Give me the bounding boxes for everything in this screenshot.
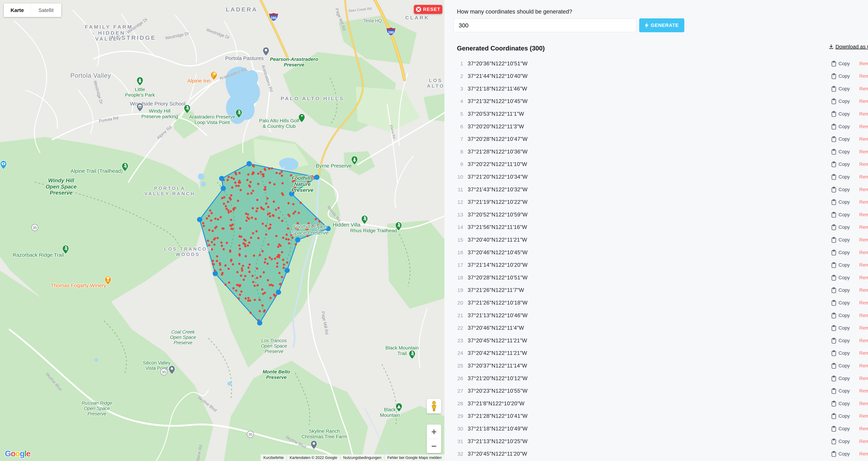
remove-button[interactable]: Remove: [859, 376, 868, 381]
copy-button[interactable]: Copy: [831, 274, 850, 281]
copy-button[interactable]: Copy: [831, 312, 850, 319]
remove-button[interactable]: Remove: [859, 300, 868, 306]
map-pin-hiker-icon[interactable]: [395, 222, 402, 232]
copy-button[interactable]: Copy: [831, 250, 850, 256]
map-label: Portola Valley: [70, 72, 111, 79]
remove-button[interactable]: Remove: [859, 313, 868, 318]
interstate-280-shield-icon: 280: [386, 27, 396, 37]
terms-link[interactable]: Nutzungsbedingungen: [340, 454, 384, 461]
generate-button[interactable]: GENERATE: [639, 19, 684, 32]
tab-map-karte[interactable]: Karte: [4, 3, 31, 17]
copy-button[interactable]: Copy: [831, 111, 850, 117]
clipboard-icon: [831, 300, 836, 306]
map-pin-hiker-icon[interactable]: [409, 350, 415, 360]
map-pin-hiker-icon[interactable]: [361, 215, 368, 225]
copy-button[interactable]: Copy: [831, 161, 850, 167]
tab-map-satellit[interactable]: Satellit: [31, 3, 61, 17]
remove-button[interactable]: Remove: [859, 199, 868, 205]
remove-button[interactable]: Remove: [859, 124, 868, 129]
copy-button[interactable]: Copy: [831, 388, 850, 394]
remove-button[interactable]: Remove: [859, 363, 868, 368]
reset-button[interactable]: RESET: [414, 5, 442, 14]
copy-button[interactable]: Copy: [831, 237, 850, 243]
copy-button[interactable]: Copy: [831, 438, 850, 444]
remove-button[interactable]: Remove: [859, 439, 868, 444]
map-pin-dot-icon[interactable]: [168, 365, 175, 375]
copy-button[interactable]: Copy: [831, 350, 850, 356]
remove-button[interactable]: Remove: [859, 73, 868, 79]
remove-button[interactable]: Remove: [859, 86, 868, 92]
remove-button[interactable]: Remove: [859, 262, 868, 268]
copy-button[interactable]: Copy: [831, 325, 850, 331]
copy-button[interactable]: Copy: [831, 363, 850, 369]
map-pin-camera-icon[interactable]: [0, 160, 7, 170]
shortcuts-link[interactable]: Kurzbefehle: [260, 454, 286, 461]
remove-button[interactable]: Remove: [859, 149, 868, 155]
map-pin-golf-icon[interactable]: [298, 113, 305, 124]
copy-button[interactable]: Copy: [831, 426, 850, 432]
copy-button[interactable]: Copy: [831, 211, 850, 218]
copy-button[interactable]: Copy: [831, 337, 850, 344]
copy-button[interactable]: Copy: [831, 61, 850, 67]
copy-button[interactable]: Copy: [831, 375, 850, 382]
copy-button[interactable]: Copy: [831, 149, 850, 155]
remove-button[interactable]: Remove: [859, 275, 868, 281]
remove-button[interactable]: Remove: [859, 350, 868, 356]
copy-button[interactable]: Copy: [831, 300, 850, 306]
map-pin-hiker-icon[interactable]: [184, 104, 191, 114]
map-pin-hiker-icon[interactable]: [122, 162, 128, 172]
map-pin-hiker-icon[interactable]: [62, 245, 69, 255]
map-pin-grad-icon[interactable]: [136, 103, 144, 113]
map-pin-wine-icon[interactable]: [104, 276, 112, 286]
copy-button[interactable]: Copy: [831, 174, 850, 180]
copy-button[interactable]: Copy: [831, 187, 850, 193]
copy-button[interactable]: Copy: [831, 98, 850, 104]
copy-button[interactable]: Copy: [831, 224, 850, 230]
copy-button[interactable]: Copy: [831, 287, 850, 293]
map-pin-dot-icon[interactable]: [310, 440, 317, 450]
remove-button[interactable]: Remove: [859, 426, 868, 431]
map-pin-tree-icon[interactable]: [136, 77, 144, 87]
copy-button[interactable]: Copy: [831, 413, 850, 419]
remove-button[interactable]: Remove: [859, 212, 868, 218]
map-pin-dot-icon[interactable]: [262, 47, 270, 57]
remove-button[interactable]: Remove: [859, 388, 868, 394]
coordinate-count-input[interactable]: [454, 19, 637, 32]
report-error-link[interactable]: Fehler bei Google Maps melden: [384, 454, 444, 461]
remove-button[interactable]: Remove: [859, 162, 868, 167]
remove-button[interactable]: Remove: [859, 451, 868, 457]
map-pin-tree-icon[interactable]: [351, 156, 358, 166]
coordinate-row: 237°21'44"N122°10'40"WCopyRemove: [454, 70, 868, 83]
map-pin-food-icon[interactable]: [210, 71, 217, 81]
copy-button[interactable]: Copy: [831, 400, 850, 407]
copy-button[interactable]: Copy: [831, 124, 850, 130]
download-csv-link[interactable]: Download as CSV: [829, 44, 868, 50]
copy-button[interactable]: Copy: [831, 199, 850, 205]
row-number: 1: [454, 61, 463, 67]
remove-button[interactable]: Remove: [859, 224, 868, 230]
zoom-in-button[interactable]: +: [427, 425, 441, 439]
copy-button[interactable]: Copy: [831, 73, 850, 79]
remove-button[interactable]: Remove: [859, 237, 868, 243]
copy-button[interactable]: Copy: [831, 262, 850, 268]
remove-button[interactable]: Remove: [859, 413, 868, 419]
remove-button[interactable]: Remove: [859, 111, 868, 117]
pegman-control[interactable]: [427, 399, 441, 414]
remove-button[interactable]: Remove: [859, 61, 868, 66]
remove-button[interactable]: Remove: [859, 401, 868, 406]
map-pin-mtn-icon[interactable]: [396, 403, 402, 413]
remove-button[interactable]: Remove: [859, 325, 868, 331]
remove-button[interactable]: Remove: [859, 174, 868, 180]
map-canvas[interactable]: WESTRIDGELADERAFAMILY FARM - HIDDEN VALL…: [0, 0, 444, 461]
map-pin-hiker-icon[interactable]: [236, 109, 242, 119]
remove-button[interactable]: Remove: [859, 99, 868, 104]
remove-button[interactable]: Remove: [859, 136, 868, 142]
copy-button[interactable]: Copy: [831, 136, 850, 142]
copy-button[interactable]: Copy: [831, 451, 850, 457]
copy-button[interactable]: Copy: [831, 86, 850, 92]
remove-button[interactable]: Remove: [859, 250, 868, 255]
zoom-out-button[interactable]: −: [427, 439, 441, 453]
remove-button[interactable]: Remove: [859, 187, 868, 192]
remove-button[interactable]: Remove: [859, 287, 868, 293]
remove-button[interactable]: Remove: [859, 338, 868, 343]
